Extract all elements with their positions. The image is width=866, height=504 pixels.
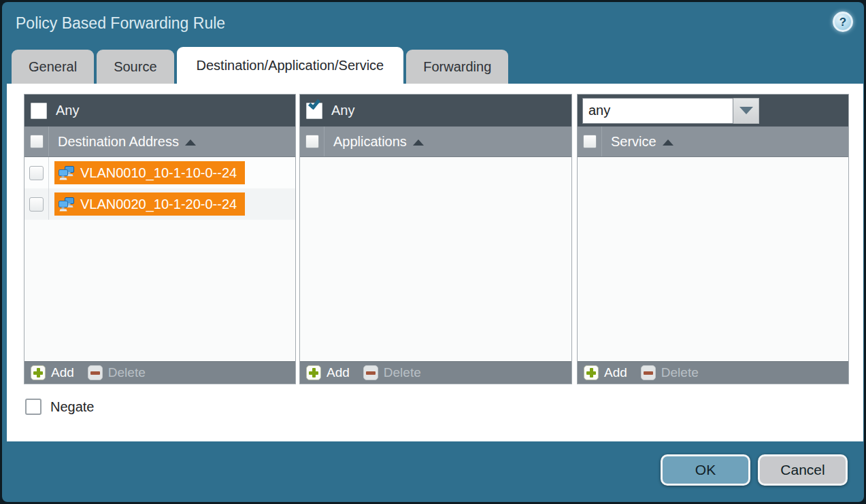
destination-address-list: VLAN0010_10-1-10-0--24 — [24, 157, 295, 361]
sort-ascending-icon — [663, 139, 673, 146]
delete-button[interactable]: Delete — [641, 365, 699, 380]
service-toolbar: Add Delete — [578, 361, 848, 384]
add-button-label: Add — [327, 365, 350, 380]
add-button[interactable]: Add — [584, 365, 627, 380]
address-object-label: VLAN0020_10-1-20-0--24 — [80, 197, 237, 212]
dialog-title: Policy Based Forwarding Rule — [16, 14, 225, 33]
plus-icon — [31, 365, 46, 380]
service-dropdown-button[interactable] — [733, 98, 759, 124]
delete-button[interactable]: Delete — [363, 365, 421, 380]
checkmark-icon — [308, 97, 320, 110]
service-dropdown[interactable]: any — [582, 98, 759, 124]
destination-any-label: Any — [56, 103, 79, 118]
applications-header-label: Applications — [333, 134, 407, 150]
tab-forwarding[interactable]: Forwarding — [406, 50, 508, 84]
destination-address-header[interactable]: Destination Address — [24, 127, 295, 157]
destination-address-header-label: Destination Address — [58, 134, 179, 150]
plus-icon — [584, 365, 599, 380]
destination-select-all-checkbox[interactable] — [30, 135, 44, 148]
service-list — [578, 157, 848, 361]
negate-checkbox[interactable] — [25, 399, 41, 415]
tab-general[interactable]: General — [12, 50, 94, 84]
sort-ascending-icon — [413, 139, 424, 146]
table-row[interactable]: VLAN0010_10-1-10-0--24 — [24, 157, 295, 188]
applications-any-bar: Any — [300, 95, 571, 127]
tab-strip: General Source Destination/Application/S… — [12, 47, 508, 84]
applications-panel: Any Applications Add Delete — [299, 94, 572, 384]
row-checkbox[interactable] — [29, 166, 44, 180]
delete-button-label: Delete — [384, 365, 421, 380]
help-icon[interactable]: ? — [833, 12, 853, 32]
ok-button[interactable]: OK — [661, 454, 750, 486]
destination-any-bar: Any — [24, 95, 295, 127]
address-object-chip[interactable]: VLAN0020_10-1-20-0--24 — [54, 192, 245, 216]
add-button-label: Add — [604, 365, 627, 380]
destination-any-checkbox[interactable] — [31, 103, 47, 119]
minus-icon — [88, 365, 103, 380]
delete-button[interactable]: Delete — [88, 365, 146, 380]
service-select-all-checkbox[interactable] — [583, 135, 597, 148]
add-button[interactable]: Add — [31, 365, 74, 380]
tab-content-panel: Any Destination Address — [7, 84, 863, 441]
delete-button-label: Delete — [661, 365, 699, 380]
service-dropdown-value[interactable]: any — [582, 98, 733, 124]
negate-label: Negate — [50, 399, 95, 415]
applications-header[interactable]: Applications — [300, 127, 571, 157]
row-checkbox[interactable] — [29, 197, 44, 212]
delete-button-label: Delete — [108, 365, 146, 380]
applications-list — [300, 157, 571, 361]
sort-ascending-icon — [185, 139, 196, 146]
address-object-label: VLAN0010_10-1-10-0--24 — [80, 165, 237, 181]
applications-any-checkbox[interactable] — [306, 103, 322, 119]
cancel-button[interactable]: Cancel — [758, 454, 848, 486]
applications-any-label: Any — [331, 103, 354, 118]
minus-icon — [363, 365, 378, 380]
service-panel: any Service Add — [577, 94, 849, 384]
table-row[interactable]: VLAN0020_10-1-20-0--24 — [24, 188, 295, 220]
chevron-down-icon — [739, 107, 753, 114]
service-header-label: Service — [611, 134, 656, 150]
plus-icon — [306, 365, 321, 380]
dialog-footer: OK Cancel — [661, 454, 848, 486]
add-button-label: Add — [51, 365, 74, 380]
tab-source[interactable]: Source — [97, 50, 173, 84]
service-header[interactable]: Service — [578, 127, 848, 157]
applications-select-all-checkbox[interactable] — [305, 135, 319, 148]
add-button[interactable]: Add — [306, 365, 350, 380]
address-object-chip[interactable]: VLAN0010_10-1-10-0--24 — [54, 161, 245, 184]
destination-address-panel: Any Destination Address — [24, 94, 296, 384]
network-icon — [59, 197, 75, 212]
applications-toolbar: Add Delete — [300, 361, 571, 384]
network-icon — [59, 166, 75, 180]
negate-row: Negate — [25, 399, 95, 415]
policy-based-forwarding-dialog: Policy Based Forwarding Rule ? General S… — [2, 2, 864, 502]
service-any-bar: any — [578, 95, 848, 127]
tab-destination-application-service[interactable]: Destination/Application/Service — [177, 47, 404, 84]
destination-toolbar: Add Delete — [24, 361, 295, 384]
minus-icon — [641, 365, 656, 380]
